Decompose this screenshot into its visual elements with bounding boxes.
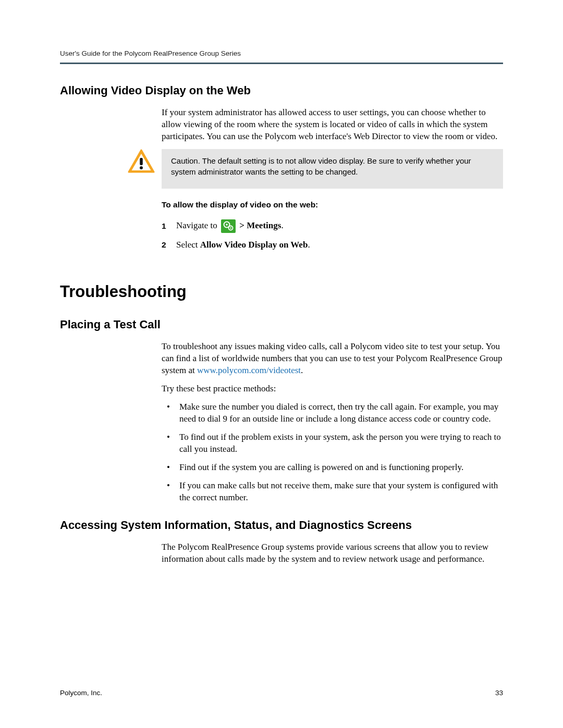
heading-allow-video: Allowing Video Display on the Web [60, 84, 503, 97]
para-sysinfo-1: The Polycom RealPresence Group systems p… [162, 541, 503, 565]
para-testcall-1: To troubleshoot any issues making video … [162, 341, 503, 377]
best-practice-list: Make sure the number you dialed is corre… [162, 401, 503, 504]
procedure-heading: To allow the display of video on the web… [162, 200, 503, 209]
heading-test-call: Placing a Test Call [60, 318, 503, 331]
svg-point-7 [230, 227, 231, 229]
step1-bold: > Meetings [237, 220, 281, 230]
body-allow-video: If your system administrator has allowed… [162, 107, 503, 143]
running-header: User's Guide for the Polycom RealPresenc… [60, 50, 503, 64]
footer-page-number: 33 [495, 689, 503, 697]
page-footer: Polycom, Inc. 33 [60, 689, 503, 697]
document-page: User's Guide for the Polycom RealPresenc… [0, 0, 563, 728]
step2-bold: Allow Video Display on Web [200, 240, 308, 250]
svg-rect-2 [140, 158, 143, 165]
videotest-link[interactable]: www.polycom.com/videotest [197, 365, 301, 375]
bullet-2: To find out if the problem exists in you… [177, 431, 503, 455]
para-allow-video-intro: If your system administrator has allowed… [162, 107, 503, 143]
body-test-call: To troubleshoot any issues making video … [162, 341, 503, 503]
step-1: Navigate to > Meetings. [162, 219, 503, 233]
bullet-4: If you can make calls but not receive th… [177, 480, 503, 504]
step1-period: . [281, 220, 283, 230]
heading-troubleshooting: Troubleshooting [60, 282, 503, 301]
step2-pre: Select [176, 240, 200, 250]
warning-icon [128, 149, 155, 176]
bullet-1: Make sure the number you dialed is corre… [177, 401, 503, 425]
bullet-3: Find out if the system you are calling i… [177, 462, 503, 474]
procedure-steps: Navigate to > Meetings. Select Allow Vid… [162, 219, 503, 252]
svg-point-3 [140, 166, 143, 169]
procedure-allow-video: To allow the display of video on the web… [162, 200, 503, 252]
settings-gear-icon [221, 219, 236, 233]
caution-block: Caution. The default setting is to not a… [60, 149, 503, 189]
step-2: Select Allow Video Display on Web. [162, 238, 503, 252]
step1-pre: Navigate to [176, 220, 219, 230]
svg-point-5 [226, 224, 228, 226]
testcall-p1-post: . [301, 365, 303, 375]
caution-text: Caution. The default setting is to not a… [162, 149, 503, 189]
step2-period: . [308, 240, 310, 250]
heading-sys-info: Accessing System Information, Status, an… [60, 519, 503, 532]
footer-company: Polycom, Inc. [60, 689, 102, 697]
body-sys-info: The Polycom RealPresence Group systems p… [162, 541, 503, 565]
para-testcall-2: Try these best practice methods: [162, 383, 503, 395]
